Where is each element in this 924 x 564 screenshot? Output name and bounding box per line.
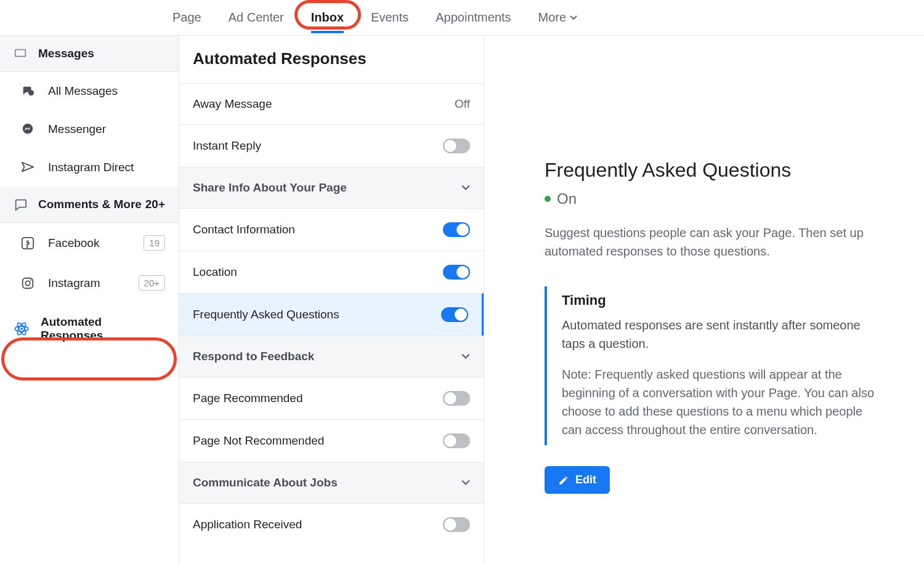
sidebar-item-label: Automated Responses <box>41 315 165 342</box>
chevron-down-icon <box>461 353 470 360</box>
comment-icon <box>14 198 27 211</box>
nav-item-page[interactable]: Page <box>172 10 201 25</box>
toggle-knob <box>456 266 469 278</box>
svg-point-11 <box>20 328 23 330</box>
toggle-knob <box>444 435 456 447</box>
nav-label: Page <box>172 10 201 25</box>
toggle-switch[interactable] <box>443 391 470 406</box>
row-label: Contact Information <box>193 223 443 236</box>
row-label: Page Not Recommended <box>193 434 443 448</box>
chat-bubbles-icon <box>21 84 37 98</box>
sidebar-item-label: Messenger <box>48 123 165 136</box>
sidebar-item-facebook[interactable]: Facebook 19 <box>0 223 179 263</box>
nav-label: Ad Center <box>229 10 284 25</box>
info-paragraph: Automated responses are sent instantly a… <box>562 316 885 353</box>
detail-description: Suggest questions people can ask your Pa… <box>545 224 887 260</box>
count-badge: 20+ <box>139 275 165 291</box>
response-row[interactable]: Location <box>179 251 484 293</box>
nav-label: Inbox <box>311 10 344 25</box>
row-label: Frequently Asked Questions <box>193 308 441 321</box>
chevron-down-icon <box>461 185 470 191</box>
sidebar-item-instagram[interactable]: Instagram 20+ <box>0 263 179 303</box>
info-title: Timing <box>562 292 885 308</box>
nav-item-appointments[interactable]: Appointments <box>436 10 511 25</box>
nav-label: More <box>538 10 567 25</box>
row-label: Location <box>193 265 443 279</box>
row-label: Share Info About Your Page <box>193 181 461 195</box>
row-label: Respond to Feedback <box>193 350 461 363</box>
response-row[interactable]: Instant Reply <box>179 124 484 167</box>
pencil-icon <box>558 475 569 486</box>
sidebar-section-comments[interactable]: Comments & More 20+ <box>0 187 179 223</box>
row-label: Page Recommended <box>193 392 443 405</box>
row-label: Communicate About Jobs <box>193 476 461 489</box>
response-group-header[interactable]: Respond to Feedback <box>179 336 484 377</box>
timing-info-block: Timing Automated responses are sent inst… <box>545 286 887 445</box>
instagram-icon <box>21 276 37 290</box>
toggle-knob <box>444 518 456 531</box>
row-label: Application Received <box>193 518 443 531</box>
response-row[interactable]: Page Recommended <box>179 377 484 419</box>
nav-item-more[interactable]: More <box>538 10 578 25</box>
toggle-switch[interactable] <box>443 222 470 237</box>
nav-item-ad-center[interactable]: Ad Center <box>229 10 284 25</box>
paper-plane-icon <box>21 161 37 174</box>
sidebar-item-instagram-direct[interactable]: Instagram Direct <box>0 148 179 187</box>
detail-heading: Frequently Asked Questions <box>545 159 887 182</box>
nav-item-events[interactable]: Events <box>371 10 408 25</box>
response-row[interactable]: Contact Information <box>179 208 484 251</box>
response-row[interactable]: Page Not Recommended <box>179 419 484 462</box>
atom-icon <box>14 321 30 337</box>
messenger-icon <box>21 123 37 136</box>
status-off-text: Off <box>455 97 470 111</box>
response-row[interactable]: Away MessageOff <box>179 83 484 124</box>
sidebar-item-all-messages[interactable]: All Messages <box>0 72 179 110</box>
sidebar-item-label: Instagram Direct <box>48 161 165 174</box>
nav-label: Appointments <box>436 10 511 25</box>
count-badge: 19 <box>144 235 165 251</box>
nav-label: Events <box>371 10 408 25</box>
sidebar-section-label: Comments & More <box>38 198 145 211</box>
response-group-header[interactable]: Communicate About Jobs <box>179 462 484 503</box>
edit-button-label: Edit <box>575 473 596 486</box>
row-label: Away Message <box>193 97 455 111</box>
toggle-knob <box>444 140 456 152</box>
toggle-switch[interactable] <box>443 139 470 153</box>
top-nav: Page Ad Center Inbox Events Appointments… <box>0 0 924 36</box>
toggle-switch[interactable] <box>443 265 470 280</box>
toggle-knob <box>456 224 469 236</box>
facebook-icon <box>21 236 37 250</box>
svg-rect-1 <box>16 50 25 56</box>
sidebar-item-label: All Messages <box>48 84 165 98</box>
responses-list: Away MessageOffInstant ReplyShare Info A… <box>179 83 484 564</box>
response-group-header[interactable]: Share Info About Your Page <box>179 167 484 208</box>
sidebar-item-automated-responses[interactable]: Automated Responses <box>0 303 179 355</box>
status-text: On <box>557 190 577 207</box>
status-dot-icon <box>545 196 551 202</box>
detail-panel: Frequently Asked Questions On Suggest qu… <box>484 36 924 564</box>
svg-point-7 <box>30 279 31 280</box>
sidebar-section-label: Messages <box>38 47 94 60</box>
messages-icon <box>14 47 27 60</box>
sidebar-item-messenger[interactable]: Messenger <box>0 110 179 148</box>
notification-badge: 20+ <box>145 198 165 211</box>
nav-item-inbox[interactable]: Inbox <box>311 10 344 25</box>
svg-point-2 <box>28 90 34 95</box>
toggle-switch[interactable] <box>443 517 470 532</box>
sidebar-item-label: Instagram <box>48 276 139 290</box>
response-row[interactable]: Application Received <box>179 503 484 546</box>
edit-button[interactable]: Edit <box>545 466 610 494</box>
toggle-knob <box>444 392 456 405</box>
row-label: Instant Reply <box>193 139 443 153</box>
chevron-down-icon <box>461 480 470 486</box>
sidebar-section-messages[interactable]: Messages <box>0 36 179 72</box>
response-row[interactable]: Frequently Asked Questions <box>179 293 484 336</box>
svg-point-6 <box>25 281 30 285</box>
toggle-switch[interactable] <box>443 433 470 448</box>
panel-title: Automated Responses <box>179 36 484 83</box>
automated-responses-panel: Automated Responses Away MessageOffInsta… <box>179 36 484 564</box>
chevron-down-icon <box>570 15 577 20</box>
toggle-knob <box>455 308 467 321</box>
sidebar: Messages All Messages Messenger Instagra… <box>0 36 179 564</box>
toggle-switch[interactable] <box>441 307 468 322</box>
